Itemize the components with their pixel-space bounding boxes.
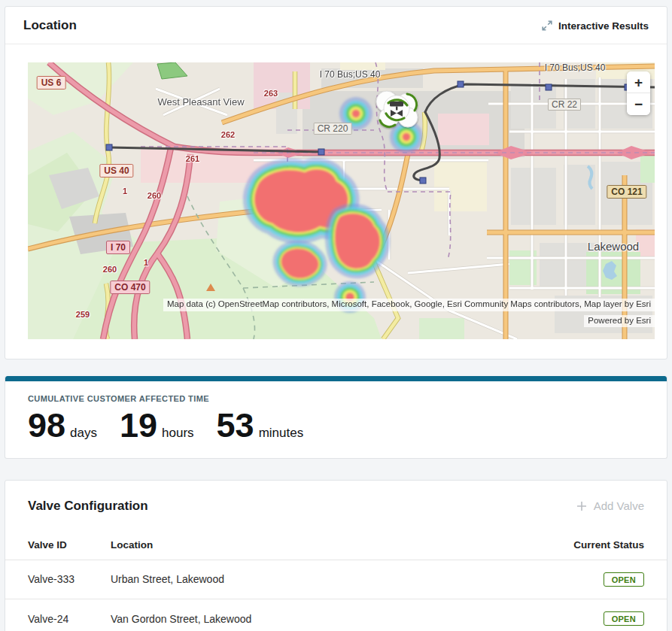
- map-shield-us6: US 6: [37, 76, 66, 89]
- status-badge: OPEN: [604, 611, 644, 626]
- map-attribution: Map data (c) OpenStreetMap contributors,…: [163, 297, 655, 327]
- map-ref-1a: 1: [123, 187, 127, 196]
- column-header-location: Location: [111, 539, 546, 551]
- plus-icon: [576, 500, 588, 512]
- map-attribution-line1: Map data (c) OpenStreetMap contributors,…: [163, 299, 655, 311]
- metric-hours: 19 hours: [120, 411, 194, 441]
- map-place-lakewood: Lakewood: [588, 240, 639, 253]
- table-row[interactable]: Valve-24 Van Gordon Street, Lakewood OPE…: [5, 599, 667, 631]
- metric-label: CUMULATIVE CUSTOMER AFFECTED TIME: [28, 394, 644, 403]
- valve-table: Valve ID Location Current Status Valve-3…: [5, 530, 667, 631]
- map-ref-260b: 260: [103, 265, 117, 274]
- valve-configuration-title: Valve Configuration: [28, 499, 148, 514]
- map-road-i70bus-a: I 70 Bus;US 40: [320, 69, 381, 80]
- table-row[interactable]: Valve-333 Urban Street, Lakewood OPEN: [5, 560, 667, 599]
- map-place-west-pleasant-view: West Pleasant View: [157, 96, 244, 108]
- metric-minutes-value: 53: [217, 411, 254, 441]
- location-title: Location: [23, 18, 77, 33]
- map-ref-263: 263: [264, 89, 278, 98]
- map-attribution-line2: Powered by Esri: [584, 315, 655, 328]
- valve-location-cell: Urban Street, Lakewood: [111, 573, 546, 585]
- location-card-header: Location Interactive Results: [5, 7, 667, 44]
- location-card: Location Interactive Results: [5, 6, 667, 359]
- valve-table-header: Valve ID Location Current Status: [5, 530, 667, 560]
- metric-minutes-unit: minutes: [259, 426, 304, 441]
- map-zoom-control: + −: [627, 71, 650, 115]
- valve-location-cell: Van Gordon Street, Lakewood: [111, 613, 546, 625]
- valve-cluster-marker: [376, 91, 418, 127]
- valve-id-cell: Valve-333: [28, 573, 111, 585]
- metric-minutes: 53 minutes: [217, 411, 304, 441]
- map-ref-261: 261: [186, 154, 199, 163]
- add-valve-label: Add Valve: [594, 499, 644, 512]
- page: Location Interactive Results: [0, 0, 672, 631]
- metric-values: 98 days 19 hours 53 minutes: [28, 411, 644, 441]
- metric-days-unit: days: [70, 426, 97, 441]
- column-header-current-status: Current Status: [546, 539, 644, 551]
- map-ref-260a: 260: [147, 191, 161, 200]
- metric-hours-value: 19: [120, 411, 157, 441]
- peak-triangle-icon: [206, 284, 215, 291]
- metric-hours-unit: hours: [162, 426, 194, 441]
- map-shield-co121: CO 121: [607, 185, 646, 199]
- map-shield-us40: US 40: [99, 164, 133, 177]
- map-ref-1b: 1: [144, 258, 148, 267]
- interactive-results-button[interactable]: Interactive Results: [541, 20, 649, 32]
- cumulative-time-card: CUMULATIVE CUSTOMER AFFECTED TIME 98 day…: [5, 376, 667, 459]
- map-label-cr220: CR 220: [314, 123, 352, 135]
- map-ref-259: 259: [76, 310, 90, 319]
- expand-icon: [541, 20, 553, 32]
- map-shield-i70: I 70: [106, 241, 130, 254]
- metric-days: 98 days: [28, 411, 97, 441]
- map-ref-262: 262: [221, 130, 235, 139]
- map[interactable]: US 6 US 40 I 70 CO 470 CO 121 I 70 Bus;U…: [28, 62, 655, 339]
- column-header-valve-id: Valve ID: [28, 539, 111, 551]
- valve-id-cell: Valve-24: [28, 613, 111, 625]
- valve-configuration-card: Valve Configuration Add Valve Valve ID L…: [5, 480, 667, 631]
- interactive-results-label: Interactive Results: [558, 20, 649, 32]
- add-valve-button[interactable]: Add Valve: [576, 499, 644, 512]
- map-road-i70bus-b: I 70 Bus;US 40: [545, 62, 606, 73]
- zoom-out-button[interactable]: −: [627, 93, 650, 115]
- map-label-cr22: CR 22: [548, 99, 581, 111]
- card-accent-bar: [5, 376, 667, 381]
- status-badge: OPEN: [604, 572, 644, 587]
- metric-days-value: 98: [28, 411, 65, 441]
- zoom-in-button[interactable]: +: [627, 71, 650, 93]
- map-shield-co470: CO 470: [110, 281, 150, 294]
